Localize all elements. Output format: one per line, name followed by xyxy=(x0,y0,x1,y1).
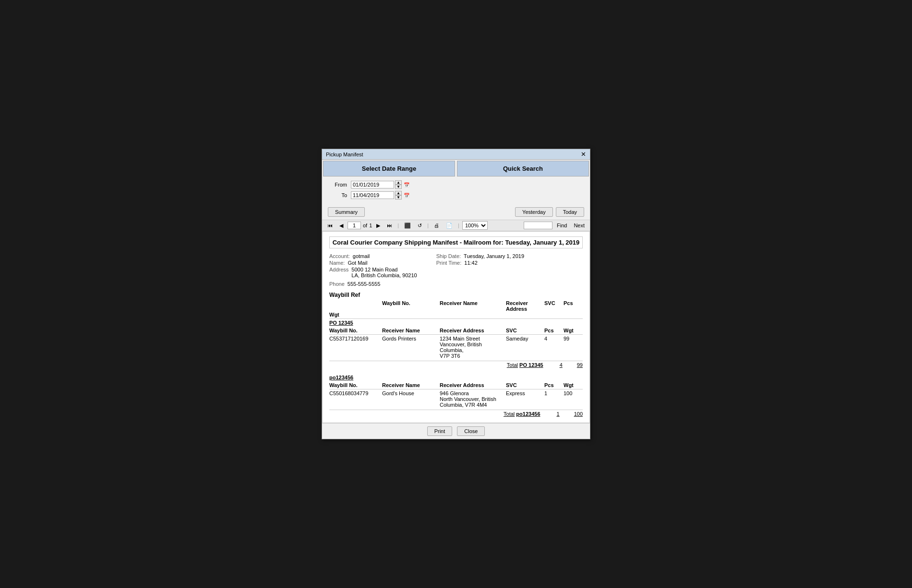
report-area: Coral Courier Company Shipping Manifest … xyxy=(322,231,590,423)
col-headers: Waybill No. Receiver Name Receiver Addre… xyxy=(329,300,583,319)
to-date-down[interactable]: ▼ xyxy=(395,195,402,200)
account-value: gotmail xyxy=(353,253,370,259)
ship-date-row: Ship Date: Tuesday, January 1, 2019 xyxy=(436,253,524,259)
page-number-input[interactable] xyxy=(348,222,361,229)
last-page-button[interactable]: ⏭ xyxy=(384,222,395,229)
today-button[interactable]: Today xyxy=(556,207,584,217)
from-date-down[interactable]: ▼ xyxy=(395,185,402,189)
of-label: of xyxy=(363,223,367,228)
receiver-address-cell: 946 GlenoraNorth Vancouver, BritishColum… xyxy=(440,390,506,408)
close-button[interactable]: Close xyxy=(457,426,485,436)
to-calendar-icon[interactable]: 📅 xyxy=(404,193,409,198)
address-line2: LA, British Columbia, 90210 xyxy=(351,272,417,278)
total-label: Total po123456 xyxy=(504,411,542,417)
name-label: Name: xyxy=(329,260,345,266)
print-time-row: Print Time: 11:42 xyxy=(436,260,524,266)
left-info: Account: gotmail Name: Got Mail Address … xyxy=(329,253,417,288)
wbn-h: Waybill No. xyxy=(329,328,382,333)
report-title: Coral Courier Company Shipping Manifest … xyxy=(329,236,583,248)
to-date-input[interactable] xyxy=(351,191,394,199)
export-button[interactable]: 📄 xyxy=(444,222,455,230)
controls-area: From ▲ ▼ 📅 To ▲ ▼ 📅 xyxy=(322,177,590,204)
phone-row: Phone 555-555-5555 xyxy=(329,281,417,287)
rcn-h: Receiver Name xyxy=(382,328,440,333)
waybill-no-cell: C550168034779 xyxy=(329,390,382,408)
select-date-range-header: Select Date Range xyxy=(323,161,455,176)
wgt-cell: 100 xyxy=(564,390,583,408)
from-calendar-icon[interactable]: 📅 xyxy=(404,182,409,188)
print-report-button[interactable]: 🖨 xyxy=(432,222,442,229)
zoom-select[interactable]: 100% 75% 125% xyxy=(462,221,488,230)
to-date-row: To ▲ ▼ 📅 xyxy=(328,191,584,200)
phone-value: 555-555-5555 xyxy=(348,281,381,287)
ship-date-label: Ship Date: xyxy=(436,253,461,259)
wgt-h: Wgt xyxy=(564,382,583,388)
receiver-name-cell: Gords Printers xyxy=(382,336,440,359)
find-button[interactable]: Find xyxy=(554,222,569,229)
to-date-spinners: ▲ ▼ xyxy=(395,191,402,200)
to-date-up[interactable]: ▲ xyxy=(395,191,402,195)
total-pcs: 1 xyxy=(557,411,560,417)
address-label: Address xyxy=(329,267,348,278)
sep2: | xyxy=(427,223,429,228)
waybill-section: Waybill No. Receiver Name Receiver Addre… xyxy=(329,300,583,368)
phone-label: Phone xyxy=(329,281,345,287)
section-col-headers: Waybill No. Receiver Name Receiver Addre… xyxy=(329,382,583,389)
print-button[interactable]: Print xyxy=(427,426,453,436)
find-input[interactable] xyxy=(524,222,552,229)
right-info: Ship Date: Tuesday, January 1, 2019 Prin… xyxy=(436,253,524,288)
wbn-h: Waybill No. xyxy=(329,382,382,388)
svc-cell: Express xyxy=(506,390,544,408)
pcs-h: Pcs xyxy=(544,382,564,388)
address-line1: 5000 12 Main Road xyxy=(351,267,417,272)
pcs-cell: 4 xyxy=(544,336,564,359)
po-ref: PO 12345 xyxy=(329,320,353,326)
table-row: C553717120169 Gords Printers 1234 Main S… xyxy=(329,336,583,359)
pcs-h: Pcs xyxy=(544,328,564,333)
bottom-bar: Print Close xyxy=(322,423,590,439)
next-find-button[interactable]: Next xyxy=(571,222,587,229)
to-label: To xyxy=(328,192,347,198)
table-row: C550168034779 Gord's House 946 GlenoraNo… xyxy=(329,390,583,408)
svc-col: SVC xyxy=(544,300,564,312)
stop-button[interactable]: ⬛ xyxy=(402,222,413,230)
first-page-button[interactable]: ⏮ xyxy=(325,222,335,229)
pcs-cell: 1 xyxy=(544,390,564,408)
total-row: Total po123456 1 100 xyxy=(329,410,583,417)
from-date-up[interactable]: ▲ xyxy=(395,180,402,185)
ship-date-value: Tuesday, January 1, 2019 xyxy=(464,253,524,259)
total-wgt: 99 xyxy=(577,362,583,368)
name-value: Got Mail xyxy=(348,260,367,266)
address-row: Address 5000 12 Main Road LA, British Co… xyxy=(329,267,417,278)
from-date-input[interactable] xyxy=(351,181,394,188)
sections-container: Waybill No. Receiver Name Receiver Addre… xyxy=(329,300,583,423)
sep1: | xyxy=(397,223,399,228)
total-row: Total PO 12345 4 99 xyxy=(329,361,583,368)
name-row: Name: Got Mail xyxy=(329,260,417,266)
quick-search-header: Quick Search xyxy=(457,161,589,176)
refresh-button[interactable]: ↺ xyxy=(415,222,424,230)
po-ref-line: PO 12345 xyxy=(329,320,583,326)
summary-button[interactable]: Summary xyxy=(328,207,365,217)
waybill-ref-header: Waybill Ref xyxy=(329,292,583,298)
right-buttons: Yesterday Today xyxy=(515,207,584,217)
receiver-name-cell: Gord's House xyxy=(382,390,440,408)
yesterday-button[interactable]: Yesterday xyxy=(515,207,553,217)
total-pages: 1 xyxy=(369,223,372,228)
prev-page-button[interactable]: ◀ xyxy=(337,222,346,230)
receiver-name-col: Receiver Name xyxy=(440,300,506,312)
header-row: Select Date Range Quick Search xyxy=(322,160,590,177)
close-icon[interactable]: ✕ xyxy=(581,151,586,157)
wgt-col: Wgt xyxy=(329,312,382,318)
print-time-label: Print Time: xyxy=(436,260,462,266)
next-page-button[interactable]: ▶ xyxy=(374,222,383,230)
rcn-h: Receiver Name xyxy=(382,382,440,388)
account-label: Account: xyxy=(329,253,350,259)
waybill-section: Waybill No. Receiver Name Receiver Addre… xyxy=(329,375,583,417)
from-label: From xyxy=(328,182,347,188)
pcs-col: Pcs xyxy=(564,300,583,312)
title-bar: Pickup Manifest ✕ xyxy=(322,149,590,160)
receiver-address-cell: 1234 Main StreetVancouver, British Colum… xyxy=(440,336,506,359)
sep3: | xyxy=(458,223,459,228)
po-ref-line: po123456 xyxy=(329,375,583,380)
